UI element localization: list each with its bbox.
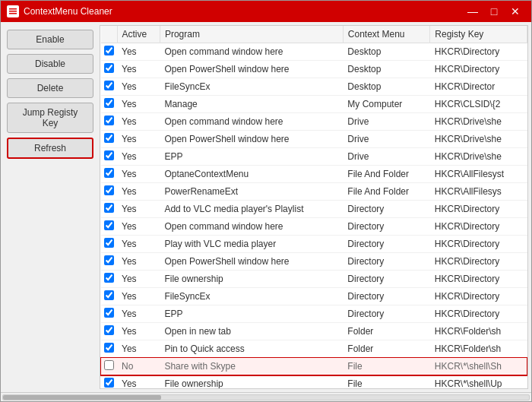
row-checkbox[interactable]	[104, 98, 114, 108]
row-registry-key: HKCR\Directory	[430, 305, 527, 323]
row-checkbox[interactable]	[104, 46, 114, 55]
row-context-menu: Folder	[343, 340, 430, 358]
row-checkbox-cell[interactable]	[101, 358, 118, 375]
row-program: Open PowerShell window here	[160, 131, 343, 148]
row-program: Share with Skype	[160, 358, 343, 375]
row-checkbox[interactable]	[104, 81, 114, 90]
row-checkbox-cell[interactable]	[101, 131, 118, 148]
row-context-menu: Folder	[343, 323, 430, 340]
row-program: Open PowerShell window here	[160, 253, 343, 271]
main-content: Enable Disable Delete Jump Registy Key R…	[1, 22, 531, 392]
row-registry-key: HKCR\Directory	[430, 218, 527, 236]
maximize-button[interactable]: □	[484, 4, 504, 19]
table-row[interactable]: YesOpen PowerShell window hereDriveHKCR\…	[101, 131, 527, 148]
table-body: YesOpen command window hereDesktopHKCR\D…	[101, 43, 527, 390]
row-checkbox-cell[interactable]	[101, 218, 118, 236]
row-checkbox[interactable]	[104, 63, 114, 73]
row-active: Yes	[117, 78, 160, 96]
row-checkbox[interactable]	[104, 290, 114, 300]
row-checkbox[interactable]	[104, 116, 114, 125]
close-button[interactable]: ✕	[505, 4, 525, 19]
table-row[interactable]: YesPin to Quick accessFolderHKCR\Folder\…	[101, 340, 527, 358]
table-row[interactable]: YesOpen command window hereDriveHKCR\Dri…	[101, 113, 527, 131]
table-row[interactable]: YesFile ownershipFileHKCR\*\shell\Up	[101, 375, 527, 390]
row-active: Yes	[117, 340, 160, 358]
row-context-menu: Directory	[343, 218, 430, 236]
row-checkbox[interactable]	[104, 185, 114, 195]
row-checkbox[interactable]	[104, 325, 114, 335]
refresh-button[interactable]: Refresh	[7, 138, 93, 159]
row-checkbox-cell[interactable]	[101, 288, 118, 305]
row-checkbox[interactable]	[104, 255, 114, 265]
row-program: Add to VLC media player's Playlist	[160, 201, 343, 218]
row-checkbox-cell[interactable]	[101, 113, 118, 131]
scrollbar-thumb[interactable]	[3, 395, 161, 400]
row-context-menu: Drive	[343, 113, 430, 131]
minimize-button[interactable]: —	[463, 4, 483, 19]
row-checkbox[interactable]	[104, 133, 114, 143]
row-checkbox-cell[interactable]	[101, 96, 118, 113]
row-checkbox[interactable]	[104, 378, 114, 388]
row-checkbox-cell[interactable]	[101, 375, 118, 390]
delete-button[interactable]: Delete	[7, 78, 93, 98]
table-row[interactable]: YesEPPDirectoryHKCR\Directory	[101, 305, 527, 323]
row-active: Yes	[117, 323, 160, 340]
table-row[interactable]: YesOpen PowerShell window hereDesktopHKC…	[101, 61, 527, 78]
table-row[interactable]: YesOpen command window hereDesktopHKCR\D…	[101, 43, 527, 61]
row-checkbox-cell[interactable]	[101, 166, 118, 183]
col-registry-key: Registy Key	[430, 26, 527, 43]
row-checkbox-cell[interactable]	[101, 183, 118, 201]
table-row[interactable]: YesOpen command window hereDirectoryHKCR…	[101, 218, 527, 236]
row-registry-key: HKCR\Drive\she	[430, 131, 527, 148]
row-context-menu: Drive	[343, 131, 430, 148]
row-program: FileSyncEx	[160, 288, 343, 305]
table-row[interactable]: YesOpen PowerShell window hereDirectoryH…	[101, 253, 527, 271]
row-checkbox-cell[interactable]	[101, 305, 118, 323]
table-row[interactable]: YesEPPDriveHKCR\Drive\she	[101, 148, 527, 166]
table-row[interactable]: YesOptaneContextMenuFile And FolderHKCR\…	[101, 166, 527, 183]
table-row[interactable]: YesManageMy ComputerHKCR\CLSID\{2	[101, 96, 527, 113]
jump-registry-button[interactable]: Jump Registy Key	[7, 103, 93, 133]
horizontal-scrollbar-area	[1, 392, 531, 401]
table-row[interactable]: YesPlay with VLC media playerDirectoryHK…	[101, 236, 527, 253]
row-checkbox[interactable]	[104, 343, 114, 353]
horizontal-scrollbar[interactable]	[2, 394, 530, 400]
table-container[interactable]: Active Program Context Menu Registy Key …	[100, 25, 528, 389]
col-context-menu: Context Menu	[343, 26, 430, 43]
row-checkbox[interactable]	[104, 203, 114, 213]
table-row[interactable]: NoShare with SkypeFileHKCR\*\shell\Sh	[101, 358, 527, 375]
table-row[interactable]: YesOpen in new tabFolderHKCR\Folder\sh	[101, 323, 527, 340]
row-checkbox-cell[interactable]	[101, 236, 118, 253]
row-checkbox-cell[interactable]	[101, 201, 118, 218]
row-registry-key: HKCR\AllFilesyst	[430, 166, 527, 183]
row-checkbox[interactable]	[104, 168, 114, 178]
table-row[interactable]: YesAdd to VLC media player's PlaylistDir…	[101, 201, 527, 218]
row-checkbox[interactable]	[104, 273, 114, 283]
row-checkbox-cell[interactable]	[101, 323, 118, 340]
row-checkbox[interactable]	[104, 360, 114, 370]
row-checkbox-cell[interactable]	[101, 253, 118, 271]
row-active: Yes	[117, 148, 160, 166]
row-checkbox[interactable]	[104, 150, 114, 160]
row-checkbox-cell[interactable]	[101, 78, 118, 96]
row-checkbox-cell[interactable]	[101, 340, 118, 358]
row-context-menu: Desktop	[343, 43, 430, 61]
table-row[interactable]: YesFile ownershipDirectoryHKCR\Directory	[101, 271, 527, 288]
window-title: ContextMenu Cleaner	[24, 6, 112, 17]
title-bar: ContextMenu Cleaner — □ ✕	[1, 1, 531, 22]
row-checkbox[interactable]	[104, 238, 114, 248]
table-row[interactable]: YesFileSyncExDesktopHKCR\Director	[101, 78, 527, 96]
row-checkbox-cell[interactable]	[101, 43, 118, 61]
row-program: EPP	[160, 305, 343, 323]
disable-button[interactable]: Disable	[7, 54, 93, 74]
row-program: Open command window here	[160, 218, 343, 236]
table-row[interactable]: YesFileSyncExDirectoryHKCR\Directory	[101, 288, 527, 305]
table-row[interactable]: YesPowerRenameExtFile And FolderHKCR\All…	[101, 183, 527, 201]
row-checkbox-cell[interactable]	[101, 148, 118, 166]
row-checkbox-cell[interactable]	[101, 271, 118, 288]
row-checkbox-cell[interactable]	[101, 61, 118, 78]
row-checkbox[interactable]	[104, 220, 114, 230]
row-checkbox[interactable]	[104, 308, 114, 318]
row-registry-key: HKCR\Directory	[430, 236, 527, 253]
enable-button[interactable]: Enable	[7, 30, 93, 49]
